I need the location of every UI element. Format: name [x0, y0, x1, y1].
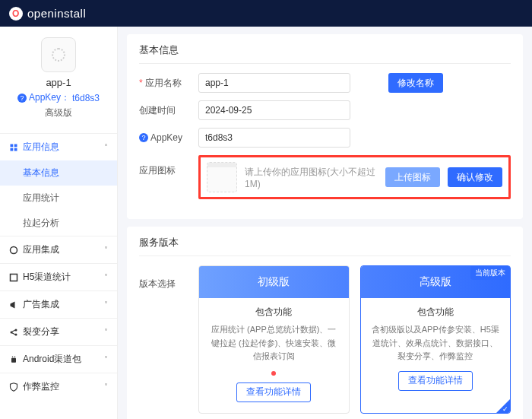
svg-point-10: [12, 356, 14, 357]
menu-group-integrate[interactable]: 应用集成˅: [0, 236, 117, 263]
chevron-down-icon: ˅: [104, 382, 108, 391]
brand-text: openinstall: [27, 7, 86, 20]
menu-group-app[interactable]: 应用信息˄: [0, 134, 117, 160]
menu-group-h5[interactable]: H5渠道统计˅: [0, 264, 117, 290]
current-tag: 当前版本: [470, 266, 510, 280]
sidebar-app-header: app-1 ? AppKey：t6d8s3 高级版: [0, 27, 117, 127]
check-icon: ✓: [502, 405, 508, 413]
basic-info-card: 基本信息 *应用名称 修改名称 创建时间 ?AppKey 应用图标 请上传你的应…: [127, 34, 523, 219]
card-title-basic: 基本信息: [139, 43, 511, 64]
menu-group-shield[interactable]: 作弊监控˅: [0, 373, 117, 400]
plans-container: 初级版包含功能应用统计 (APP总览统计数据)、一键拉起 (拉起传参)、快速安装…: [198, 265, 511, 414]
row-app-name: *应用名称 修改名称: [139, 73, 511, 93]
brand-logo[interactable]: O openinstall: [9, 7, 86, 21]
submenu-item[interactable]: 拉起分析: [0, 211, 117, 236]
svg-rect-3: [14, 148, 17, 151]
upload-hint: 请上传你的应用图标(大小不超过1M): [245, 166, 378, 189]
menu-group-split[interactable]: 裂变分享˅: [0, 319, 117, 345]
plan-adv[interactable]: 当前版本高级版包含功能含初级版以及APP传参安装、H5渠道统计、效果点统计、数据…: [360, 265, 511, 414]
chevron-down-icon: ˅: [104, 273, 108, 281]
row-created: 创建时间: [139, 100, 511, 120]
service-card: 服务版本 版本选择 初级版包含功能应用统计 (APP总览统计数据)、一键拉起 (…: [127, 227, 523, 419]
rename-button[interactable]: 修改名称: [388, 73, 443, 93]
menu-group-android[interactable]: Android渠道包˅: [0, 346, 117, 373]
help-icon[interactable]: ?: [139, 133, 148, 142]
plan-header: 初级版: [199, 266, 349, 298]
main-content: 基本信息 *应用名称 修改名称 创建时间 ?AppKey 应用图标 请上传你的应…: [118, 27, 532, 419]
row-icon: 应用图标 请上传你的应用图标(大小不超过1M) 上传图标 确认修改: [139, 155, 511, 199]
plan-detail-button[interactable]: 查看功能详情: [398, 371, 473, 391]
chevron-down-icon: ˅: [104, 246, 108, 254]
chevron-down-icon: ˅: [104, 355, 108, 363]
app-icon-placeholder: [41, 37, 76, 72]
topbar: O openinstall: [0, 0, 532, 27]
chevron-down-icon: ˅: [104, 300, 108, 309]
svg-rect-2: [11, 148, 14, 151]
created-input: [198, 100, 350, 120]
submenu-item[interactable]: 基本信息: [0, 160, 117, 186]
upload-thumb[interactable]: [207, 162, 237, 192]
card-title-service: 服务版本: [139, 236, 511, 256]
brand-icon: O: [9, 7, 23, 21]
svg-rect-9: [11, 357, 16, 362]
app-name-input[interactable]: [198, 73, 350, 93]
chevron-up-icon: ˄: [104, 143, 108, 151]
svg-rect-1: [14, 144, 17, 147]
submenu-item[interactable]: 应用统计: [0, 186, 117, 211]
alert-dot-icon: [271, 371, 276, 376]
appkey-line[interactable]: ? AppKey：t6d8s3: [8, 91, 109, 104]
confirm-upload-button[interactable]: 确认修改: [448, 167, 502, 187]
menu-group-ad[interactable]: 广告集成˅: [0, 291, 117, 318]
plan-basic[interactable]: 初级版包含功能应用统计 (APP总览统计数据)、一键拉起 (拉起传参)、快速安装…: [198, 265, 350, 414]
upload-highlight: 请上传你的应用图标(大小不超过1M) 上传图标 确认修改: [198, 155, 511, 199]
svg-point-11: [14, 356, 16, 357]
svg-rect-5: [11, 274, 17, 281]
sidebar-menu: 应用信息˄基本信息应用统计拉起分析应用集成˅H5渠道统计˅广告集成˅裂变分享˅A…: [0, 133, 117, 400]
svg-point-4: [11, 246, 17, 253]
app-edition: 高级版: [8, 106, 109, 119]
upload-button[interactable]: 上传图标: [385, 167, 440, 187]
row-appkey: ?AppKey: [139, 128, 511, 148]
svg-rect-0: [11, 144, 14, 147]
help-icon: ?: [17, 94, 27, 103]
plan-detail-button[interactable]: 查看功能详情: [236, 382, 311, 402]
app-name: app-1: [8, 77, 109, 88]
row-plan-select: 版本选择 初级版包含功能应用统计 (APP总览统计数据)、一键拉起 (拉起传参)…: [139, 265, 511, 414]
sidebar: app-1 ? AppKey：t6d8s3 高级版 应用信息˄基本信息应用统计拉…: [0, 27, 118, 419]
chevron-down-icon: ˅: [104, 328, 108, 336]
appkey-input[interactable]: [198, 128, 350, 148]
